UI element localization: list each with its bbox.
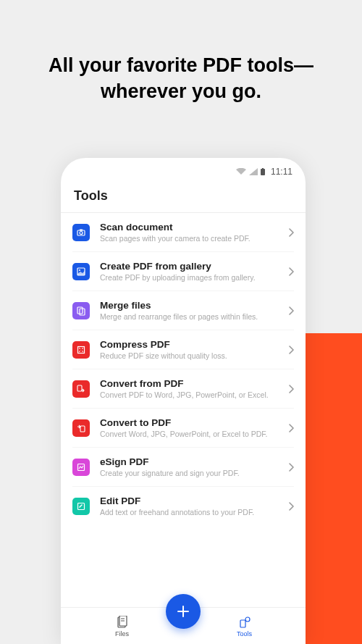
tool-row[interactable]: Create PDF from gallery Create PDF by up…	[72, 252, 294, 291]
chevron-right-icon	[289, 424, 294, 432]
tool-subtitle: Create PDF by uploading images from gall…	[100, 273, 279, 282]
tool-row[interactable]: Scan document Scan pages with your camer…	[72, 213, 294, 252]
edit-icon	[72, 498, 90, 515]
tool-subtitle: Add text or freehand annotations to your…	[100, 508, 279, 517]
tool-text: Create PDF from gallery Create PDF by up…	[100, 261, 279, 282]
tool-subtitle: Convert Word, JPG, PowerPoint, or Excel …	[100, 430, 279, 438]
wifi-icon	[236, 168, 246, 175]
status-bar: 11:11	[61, 158, 306, 181]
tool-title: Create PDF from gallery	[100, 261, 279, 272]
svg-point-3	[80, 231, 83, 234]
tool-row[interactable]: Convert to PDF Convert Word, JPG, PowerP…	[72, 409, 294, 448]
plus-icon	[175, 603, 191, 619]
tool-title: Scan document	[100, 222, 279, 233]
tool-row[interactable]: eSign PDF Create your signature and sign…	[72, 448, 294, 487]
svg-point-19	[245, 617, 250, 622]
screen-title: Tools	[61, 181, 306, 212]
tool-subtitle: Reduce PDF size without quality loss.	[100, 351, 279, 360]
merge-icon	[72, 302, 90, 319]
compress-icon	[72, 341, 90, 359]
tool-text: eSign PDF Create your signature and sign…	[100, 456, 279, 477]
tool-row[interactable]: Compress PDF Reduce PDF size without qua…	[72, 330, 294, 369]
tools-icon	[238, 616, 251, 629]
chevron-right-icon	[289, 346, 294, 354]
tools-list: Scan document Scan pages with your camer…	[61, 213, 306, 525]
image-icon	[72, 263, 90, 280]
tool-subtitle: Scan pages with your camera to create PD…	[100, 234, 279, 243]
tool-title: eSign PDF	[100, 456, 279, 467]
chevron-right-icon	[289, 463, 294, 472]
tool-subtitle: Merge and rearrange files or pages withi…	[100, 312, 279, 321]
tool-row[interactable]: Merge files Merge and rearrange files or…	[72, 291, 294, 330]
marketing-headline: All your favorite PDF tools—wherever you…	[0, 0, 362, 105]
tool-row[interactable]: Convert from PDF Convert PDF to Word, JP…	[72, 369, 294, 409]
files-icon	[116, 616, 129, 629]
tool-row[interactable]: Edit PDF Add text or freehand annotation…	[72, 487, 294, 525]
convert-from-icon	[72, 380, 90, 398]
tool-title: Compress PDF	[100, 339, 279, 350]
svg-rect-1	[262, 168, 264, 169]
tool-title: Convert to PDF	[100, 417, 279, 428]
tool-title: Edit PDF	[100, 495, 279, 506]
chevron-right-icon	[289, 306, 294, 315]
svg-rect-11	[80, 426, 85, 432]
tool-text: Edit PDF Add text or freehand annotation…	[100, 495, 279, 517]
camera-icon	[72, 224, 90, 241]
tool-title: Convert from PDF	[100, 378, 279, 389]
accent-decoration	[304, 333, 362, 644]
tool-subtitle: Create your signature and sign your PDF.	[100, 469, 279, 477]
chevron-right-icon	[289, 502, 294, 511]
chevron-right-icon	[289, 267, 294, 276]
signal-icon	[249, 168, 258, 175]
svg-rect-9	[78, 346, 85, 353]
svg-point-6	[79, 269, 80, 271]
tool-text: Convert to PDF Convert Word, JPG, PowerP…	[100, 417, 279, 438]
chevron-right-icon	[289, 228, 294, 237]
tool-title: Merge files	[100, 300, 279, 311]
sign-icon	[72, 459, 90, 476]
tool-subtitle: Convert PDF to Word, JPG, PowerPoint, or…	[100, 390, 279, 399]
tool-text: Compress PDF Reduce PDF size without qua…	[100, 339, 279, 360]
tool-text: Convert from PDF Convert PDF to Word, JP…	[100, 378, 279, 399]
phone-frame: 11:11 Tools Scan document Scan pages wit…	[61, 158, 306, 644]
tool-text: Merge files Merge and rearrange files or…	[100, 300, 279, 321]
nav-tools[interactable]: Tools	[183, 608, 306, 644]
fab-add[interactable]	[166, 594, 201, 629]
svg-rect-4	[80, 229, 83, 230]
nav-files[interactable]: Files	[61, 608, 183, 644]
nav-tools-label: Tools	[237, 630, 252, 637]
svg-rect-0	[261, 169, 265, 175]
status-time: 11:11	[271, 167, 292, 177]
convert-to-icon	[72, 419, 90, 437]
svg-rect-18	[240, 620, 245, 627]
chevron-right-icon	[289, 385, 294, 393]
battery-icon	[261, 168, 265, 175]
nav-files-label: Files	[115, 630, 129, 637]
tool-text: Scan document Scan pages with your camer…	[100, 222, 279, 243]
